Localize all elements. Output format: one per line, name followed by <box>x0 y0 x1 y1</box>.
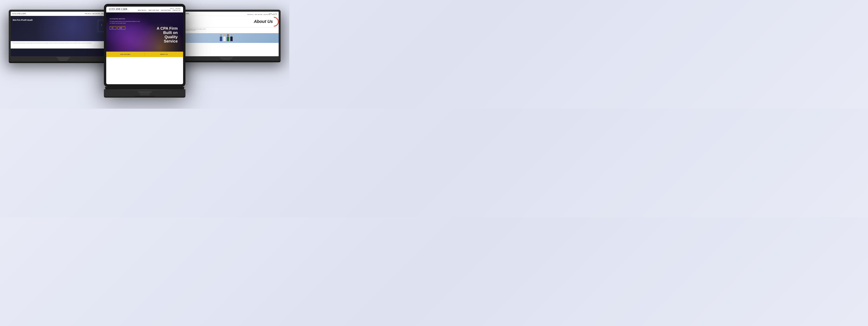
left-keyboard-row3 <box>58 59 68 59</box>
right-about-link[interactable]: about us <box>269 12 272 13</box>
key <box>58 59 58 59</box>
key <box>146 91 146 92</box>
site-right-screen: LUTZ AND CARR CERTIFIED PUBLIC ACCOUNTAN… <box>174 12 279 56</box>
key <box>225 58 226 58</box>
key <box>226 58 227 58</box>
right-content: ...Lutz and Carr has been committed to p… <box>174 28 279 33</box>
center-nav-what-we-do[interactable]: WHAT WE DO <box>138 10 147 11</box>
key <box>148 92 148 93</box>
center-tax-button[interactable]: TAX → <box>110 26 116 30</box>
key <box>141 91 142 92</box>
right-nav-what-we-do[interactable]: WHAT WE DO ▾ <box>247 14 254 15</box>
right-nav-contact[interactable]: CONTACT US <box>272 14 277 15</box>
center-headline-line4: Service <box>164 39 178 43</box>
left-nav-meet-team[interactable]: MEET OUR TEAM <box>93 13 100 14</box>
key <box>65 60 65 60</box>
left-keyboard-row2 <box>58 58 69 58</box>
center-nav-contact[interactable]: CONTACT US <box>173 10 180 11</box>
left-content: As not-for-profit auditors with deep exp… <box>11 41 116 48</box>
key <box>63 59 63 59</box>
center-brand: LUTZ AND CARR CERTIFIED PUBLIC ACCOUNTAN… <box>109 8 129 11</box>
key <box>59 59 59 59</box>
center-audit-button[interactable]: AUDIT → <box>118 26 125 30</box>
key <box>231 58 231 58</box>
left-brand-sub: CERTIFIED PUBLIC ACCOUNTANTS, LLP <box>12 14 27 15</box>
center-hero-eyebrow: ACCOUNTING SERVICES <box>110 18 142 20</box>
key <box>228 58 229 58</box>
key <box>222 59 223 59</box>
key <box>67 59 68 59</box>
key <box>150 92 151 93</box>
key <box>143 92 144 93</box>
key <box>145 91 146 92</box>
key <box>148 92 149 93</box>
key <box>143 91 143 92</box>
right-hero: LUTZ AND CARR CERTIFIED PUBLIC ACCOUNTAN… <box>174 16 279 28</box>
right-portal-link[interactable]: client portal <box>273 12 277 13</box>
key <box>148 91 149 92</box>
center-nav-join-team[interactable]: JOIN OUR TEAM <box>161 10 170 11</box>
tablet-shell: LUTZ AND CARR CERTIFIED PUBLIC ACCOUNTAN… <box>104 4 185 87</box>
center-hero-right: A CPA Firm Built on Quality Service <box>146 16 180 53</box>
left-hero: Not-For-Profit Audit <box>11 16 116 41</box>
key <box>142 92 142 93</box>
left-keyboard-row-space <box>59 60 67 61</box>
key <box>231 59 232 59</box>
key <box>138 91 138 92</box>
center-nav-main-links: WHAT WE DO MEET OUR TEAM JOIN OUR TEAM C… <box>138 10 180 11</box>
right-kb-row1 <box>219 57 233 58</box>
left-nav-what-we-do[interactable]: WHAT WE DO ▾ <box>85 13 91 14</box>
key <box>68 58 69 58</box>
left-body-text: As not-for-profit auditors with deep exp… <box>12 43 114 44</box>
tablet-keyboard-deck <box>104 91 185 96</box>
center-headline-line3: Quality <box>164 35 178 39</box>
key <box>58 58 58 58</box>
key <box>143 91 144 92</box>
tablet-screen: LUTZ AND CARR CERTIFIED PUBLIC ACCOUNTAN… <box>106 7 183 84</box>
key <box>149 92 150 93</box>
center-nav: LUTZ AND CARR CERTIFIED PUBLIC ACCOUNTAN… <box>106 7 183 12</box>
center-headline-line2: Built on <box>163 30 178 35</box>
key <box>144 92 144 93</box>
key <box>65 59 65 59</box>
center-footer-tab2-label: ABOUT US <box>160 54 168 55</box>
key <box>64 60 65 60</box>
center-kb-row2 <box>138 92 151 93</box>
key <box>60 58 60 58</box>
right-person4-head <box>230 34 232 36</box>
center-base <box>104 96 185 98</box>
key <box>62 60 62 60</box>
right-person3 <box>227 34 229 42</box>
key <box>145 92 146 93</box>
center-brand-sub: CERTIFIED PUBLIC ACCOUNTANTS, LLP <box>109 10 129 11</box>
key <box>219 57 233 58</box>
right-kb-row3 <box>221 59 232 59</box>
center-hero-buttons: TAX → AUDIT → <box>110 26 142 30</box>
center-nav-meet-team[interactable]: MEET OUR TEAM <box>149 10 159 11</box>
key <box>226 59 227 59</box>
right-nav-meet-team[interactable]: MEET OUR TEAM <box>255 14 262 15</box>
key <box>222 58 223 58</box>
key <box>66 59 66 59</box>
key <box>229 59 229 59</box>
right-nav-join-team[interactable]: JOIN OUR TEAM <box>263 14 270 15</box>
center-portal-link[interactable]: client portal <box>175 8 180 9</box>
key <box>66 58 67 58</box>
center-nav-right: about us client portal WHAT WE DO MEET O… <box>138 8 180 11</box>
key <box>144 91 145 92</box>
left-laptop-base <box>9 62 118 63</box>
center-footer-tab2[interactable]: ABOUT US <box>145 54 183 55</box>
center-footer-tab1[interactable]: OUR HISTORY <box>106 54 145 55</box>
key <box>149 91 149 92</box>
left-brand: LUTZ AND CARR CERTIFIED PUBLIC ACCOUNTAN… <box>12 12 27 15</box>
left-nav: LUTZ AND CARR CERTIFIED PUBLIC ACCOUNTAN… <box>11 12 116 16</box>
right-person4 <box>230 34 233 42</box>
key <box>64 58 65 58</box>
key <box>59 58 60 58</box>
right-hero-title: About Us <box>254 19 277 24</box>
key <box>66 60 66 60</box>
key <box>224 59 225 59</box>
center-brand-logo: LUTZ AND CARR <box>109 8 129 10</box>
center-about-link[interactable]: about us <box>170 8 174 9</box>
key <box>141 92 141 93</box>
